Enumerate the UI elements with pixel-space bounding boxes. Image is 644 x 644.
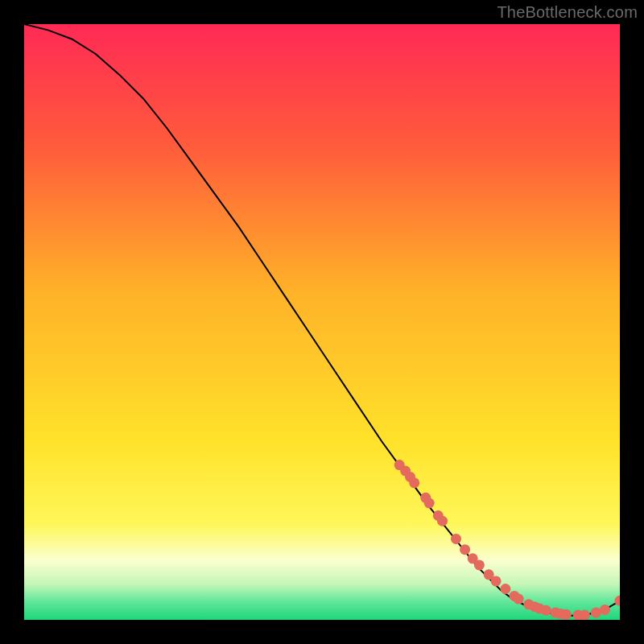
marker-point <box>491 576 502 586</box>
plot-area <box>24 24 620 620</box>
marker-point <box>580 610 590 620</box>
marker-point <box>437 516 448 526</box>
gradient-background <box>24 24 620 620</box>
marker-point <box>451 534 461 544</box>
marker-point <box>409 477 419 488</box>
marker-point <box>600 605 610 615</box>
chart-svg <box>24 24 620 620</box>
marker-point <box>591 608 601 618</box>
watermark-text: TheBottleneck.com <box>497 3 638 22</box>
marker-point <box>424 498 435 509</box>
marker-point <box>541 605 551 616</box>
marker-point <box>474 559 485 570</box>
marker-point <box>460 544 470 555</box>
marker-point <box>561 609 572 620</box>
marker-point <box>500 584 510 594</box>
chart-stage: TheBottleneck.com <box>0 0 644 644</box>
marker-point <box>514 594 524 605</box>
